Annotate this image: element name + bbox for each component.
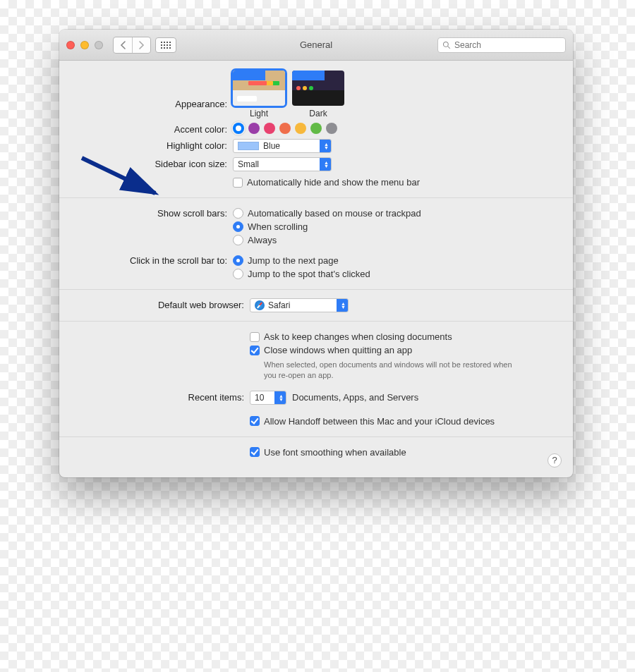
handoff-checkbox[interactable]: Allow Handoff between this Mac and your … — [250, 416, 560, 427]
recent-items-label: Recent items: — [72, 391, 250, 403]
chevron-updown-icon: ▲▼ — [341, 302, 346, 309]
search-input[interactable] — [454, 40, 561, 50]
scrollbars-auto-radio[interactable]: Automatically based on mouse or trackpad — [233, 208, 560, 219]
accent-swatch[interactable] — [326, 123, 337, 134]
highlight-color-label: Highlight color: — [72, 139, 233, 151]
content-area: Appearance: Light Dark Accent color: — [59, 61, 573, 477]
divider — [59, 197, 573, 198]
svg-line-1 — [448, 46, 450, 48]
accent-swatch[interactable] — [248, 123, 260, 134]
radio-icon — [233, 255, 243, 266]
divider — [59, 321, 573, 322]
dark-thumbnail-icon — [292, 71, 344, 106]
radio-icon — [233, 208, 243, 219]
radio-icon — [233, 269, 243, 279]
show-all-button[interactable] — [155, 37, 176, 53]
divider — [59, 436, 573, 437]
nav-buttons — [113, 37, 151, 54]
highlight-color-popup[interactable]: Blue ▲▼ — [233, 139, 332, 153]
checkbox-icon — [250, 416, 260, 426]
search-icon — [442, 41, 451, 49]
accent-color-label: Accent color: — [72, 123, 233, 135]
sidebar-icon-size-label: Sidebar icon size: — [72, 157, 233, 169]
default-browser-popup[interactable]: Safari ▲▼ — [250, 298, 349, 312]
sidebar-icon-size-popup[interactable]: Small ▲▼ — [233, 157, 332, 171]
checkbox-icon — [233, 178, 243, 188]
checkbox-icon — [250, 332, 260, 342]
recent-items-popup[interactable]: 10 ▲▼ — [250, 391, 286, 405]
general-preferences-window: General Appearance: Light Dark — [59, 30, 573, 477]
appearance-dark-option[interactable]: Dark — [292, 71, 344, 118]
help-button[interactable]: ? — [548, 453, 562, 468]
chevron-updown-icon: ▲▼ — [279, 394, 284, 401]
close-windows-checkbox[interactable]: Close windows when quitting an app — [250, 345, 560, 355]
scrollbars-always-radio[interactable]: Always — [233, 235, 560, 245]
accent-swatch[interactable] — [233, 123, 244, 134]
close-icon[interactable] — [66, 41, 75, 49]
highlight-swatch-icon — [238, 142, 259, 150]
radio-icon — [233, 235, 243, 245]
chevron-updown-icon: ▲▼ — [324, 161, 329, 168]
minimize-icon[interactable] — [80, 41, 89, 49]
divider — [59, 289, 573, 290]
light-thumbnail-icon — [233, 71, 285, 106]
close-windows-hint: When selected, open documents and window… — [264, 360, 518, 381]
zoom-icon — [95, 41, 103, 49]
back-button[interactable] — [114, 37, 132, 53]
appearance-light-option[interactable]: Light — [233, 71, 285, 118]
window-controls — [66, 41, 103, 49]
grid-icon — [161, 42, 171, 49]
forward-button[interactable] — [132, 37, 150, 53]
accent-color-swatches — [233, 123, 337, 134]
titlebar: General — [59, 30, 573, 61]
appearance-label: Appearance: — [72, 71, 233, 109]
checkbox-icon — [250, 346, 260, 355]
checkbox-icon — [250, 447, 260, 457]
accent-swatch[interactable] — [279, 123, 291, 134]
radio-icon — [233, 221, 243, 232]
accent-swatch[interactable] — [295, 123, 306, 134]
search-field[interactable] — [437, 37, 566, 53]
font-smoothing-checkbox[interactable]: Use font smoothing when available — [250, 447, 560, 458]
chevron-updown-icon: ▲▼ — [324, 142, 329, 149]
ask-keep-changes-checkbox[interactable]: Ask to keep changes when closing documen… — [250, 331, 560, 342]
scroll-click-label: Click in the scroll bar to: — [72, 254, 233, 266]
default-browser-label: Default web browser: — [72, 298, 250, 310]
menubar-autohide-checkbox[interactable]: Automatically hide and show the menu bar — [233, 177, 560, 188]
accent-swatch[interactable] — [264, 123, 275, 134]
scrollbars-scrolling-radio[interactable]: When scrolling — [233, 221, 560, 232]
scrollclick-spot-radio[interactable]: Jump to the spot that's clicked — [233, 269, 560, 279]
scrollclick-nextpage-radio[interactable]: Jump to the next page — [233, 255, 560, 266]
recent-items-suffix: Documents, Apps, and Servers — [292, 392, 418, 403]
scroll-bars-label: Show scroll bars: — [72, 207, 233, 219]
accent-swatch[interactable] — [310, 123, 322, 134]
safari-icon — [255, 300, 265, 310]
